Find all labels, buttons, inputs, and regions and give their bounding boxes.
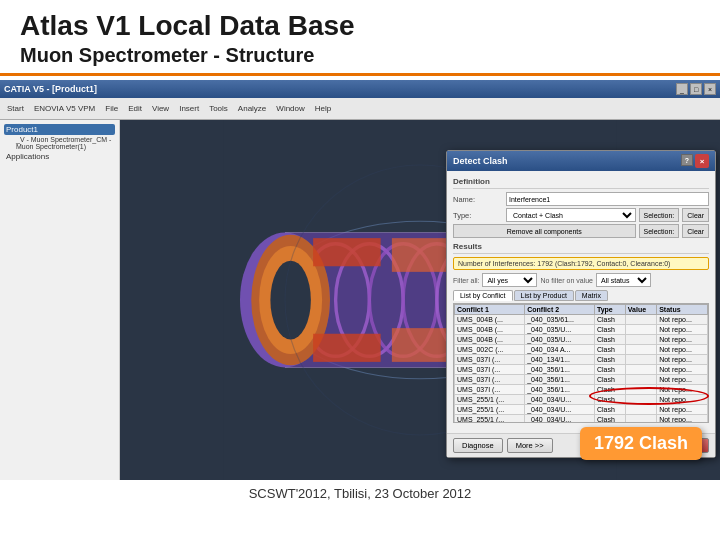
table-row[interactable]: UMS_004B (..._040_035/U...ClashNot repo.… [455,325,708,335]
table-cell: _040_034 A... [525,345,595,355]
results-table-container: Conflict 1 Conflict 2 Type Value Status [453,303,709,423]
table-cell: _040_356/1... [525,365,595,375]
diagnose-btn[interactable]: Diagnose [453,438,503,453]
table-cell: _040_034/U... [525,395,595,405]
table-cell: Not repo... [657,415,708,424]
svg-rect-15 [313,334,381,362]
toolbar-tools[interactable]: Tools [206,103,231,114]
toolbar-window[interactable]: Window [273,103,307,114]
sub-title: Muon Spectrometer - Structure [20,44,700,67]
selection-clear-1[interactable]: Clear [682,208,709,222]
filter-row: Filter all: All yes Contact+ Clash No fi… [453,273,709,287]
table-cell: UMS_004B (... [455,315,525,325]
toolbar-help[interactable]: Help [312,103,334,114]
table-cell: Clash [594,335,625,345]
catia-window-controls: _ □ × [676,83,716,95]
type-row: Type: Contact + Clash Selection: Clear [453,208,709,222]
dialog-help-btn[interactable]: ? [681,154,693,166]
toolbar-analyze[interactable]: Analyze [235,103,269,114]
filter-select-1[interactable]: All yes Contact+ Clash [482,273,537,287]
table-row[interactable]: UMS_037I (..._040_356/1...ClashNot repo.… [455,375,708,385]
table-cell: Not repo... [657,315,708,325]
table-row[interactable]: UMS_255/1 (..._040_034/U...ClashNot repo… [455,405,708,415]
results-title: Results [453,242,709,254]
table-row[interactable]: UMS_004B (..._040_035/61...ClashNot repo… [455,315,708,325]
tree-item-product[interactable]: Product1 [4,124,115,135]
table-cell: UMS_002C (... [455,345,525,355]
name-input[interactable] [506,192,709,206]
footer-text: SCSWT'2012, Tbilisi, 23 October 2012 [249,486,472,501]
table-cell: Not repo... [657,375,708,385]
toolbar-insert[interactable]: Insert [176,103,202,114]
table-cell: Clash [594,415,625,424]
table-cell [625,325,656,335]
svg-rect-16 [392,238,448,272]
catia-window: CATIA V5 - [Product1] _ □ × Start ENOVIA… [0,80,720,480]
tree-item-muon[interactable]: _V - Muon Spectrometer_CM - Muon Spectro… [14,135,115,151]
selection-btn-2[interactable]: Selection: [639,224,680,238]
table-cell: _040_034/U... [525,405,595,415]
results-table: Conflict 1 Conflict 2 Type Value Status [454,304,708,423]
col-type: Type [594,305,625,315]
clash-dialog: Detect Clash ? × Definition Name: [446,150,716,458]
table-cell: Clash [594,345,625,355]
filter-label-1: Filter all: [453,277,479,284]
selection-clear-2[interactable]: Clear [682,224,709,238]
table-cell [625,345,656,355]
more-btn[interactable]: More >> [507,438,553,453]
table-row[interactable]: UMS_255/1 (..._040_034/U...ClashNot repo… [455,415,708,424]
table-cell: UMS_037I (... [455,355,525,365]
tab-matrix[interactable]: Matrix [575,290,608,301]
table-cell [625,335,656,345]
table-cell: _040_035/61... [525,315,595,325]
table-cell: Clash [594,325,625,335]
table-cell: UMS_255/1 (... [455,395,525,405]
table-row[interactable]: UMS_004B (..._040_035/U...ClashNot repo.… [455,335,708,345]
name-row: Name: [453,192,709,206]
definition-title: Definition [453,177,709,189]
table-cell: Not repo... [657,395,708,405]
svg-rect-17 [392,328,448,362]
table-cell: UMS_037I (... [455,365,525,375]
table-row[interactable]: UMS_037I (..._040_356/1...ClashNot repo.… [455,365,708,375]
page-footer: SCSWT'2012, Tbilisi, 23 October 2012 [0,480,720,505]
filter-label-2: No filter on value [540,277,593,284]
table-row[interactable]: UMS_037I (..._040_356/1...ClashNot repo.… [455,385,708,395]
type-label: Type: [453,211,503,220]
table-cell: Not repo... [657,335,708,345]
table-cell [625,315,656,325]
toolbar-start[interactable]: Start [4,103,27,114]
selection-btn-1[interactable]: Selection: [639,208,680,222]
maximize-btn[interactable]: □ [690,83,702,95]
filter-select-2[interactable]: All status [596,273,651,287]
table-row[interactable]: UMS_002C (..._040_034 A...ClashNot repo.… [455,345,708,355]
table-row[interactable]: UMS_255/1 (..._040_034/U...ClashNot repo… [455,395,708,405]
table-cell: Not repo... [657,385,708,395]
table-cell: Clash [594,365,625,375]
toolbar-edit[interactable]: Edit [125,103,145,114]
title-area: Atlas V1 Local Data Base Muon Spectromet… [0,0,720,71]
table-cell: Not repo... [657,325,708,335]
dialog-close-btn[interactable]: × [695,154,709,168]
table-cell [625,415,656,424]
table-cell: UMS_255/1 (... [455,405,525,415]
table-cell [625,405,656,415]
tab-list-conflict[interactable]: List by Conflict [453,290,513,301]
toolbar-enovia[interactable]: ENOVIA V5 VPM [31,103,98,114]
minimize-btn[interactable]: _ [676,83,688,95]
catia-3d-view: Detect Clash ? × Definition Name: [120,120,720,480]
toolbar-view[interactable]: View [149,103,172,114]
table-row[interactable]: UMS_037I (..._040_134/1...ClashNot repo.… [455,355,708,365]
table-cell [625,355,656,365]
type-select[interactable]: Contact + Clash [506,208,636,222]
toolbar-file[interactable]: File [102,103,121,114]
catia-main: Product1 _V - Muon Spectrometer_CM - Muo… [0,120,720,480]
remove-all-btn[interactable]: Remove all components [453,224,636,238]
tree-item-applications[interactable]: Applications [4,151,115,162]
close-btn[interactable]: × [704,83,716,95]
remove-row: Remove all components Selection: Clear [453,224,709,238]
dialog-titlebar: Detect Clash ? × [447,151,715,171]
tab-list-product[interactable]: List by Product [514,290,574,301]
table-cell: _040_134/1... [525,355,595,365]
table-cell [625,365,656,375]
